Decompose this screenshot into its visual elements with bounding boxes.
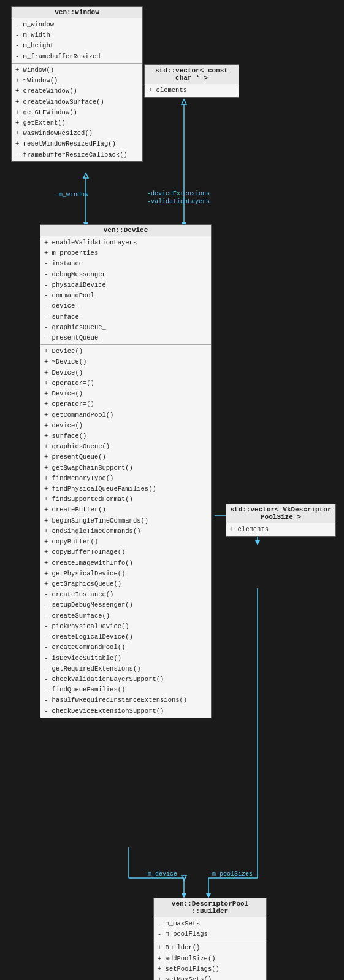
- descriptor-builder-attr-0: - m_maxSets: [154, 919, 266, 929]
- device-method-9: + graphicsQueue(): [40, 441, 211, 452]
- vector-char-box: std::vector< const char * > + elements: [144, 64, 239, 98]
- window-method-4: + getGLFWindow(): [12, 107, 142, 118]
- device-attr-1: + m_properties: [40, 248, 211, 259]
- device-method-23: - createInstance(): [40, 589, 211, 600]
- device-attr-7: - surface_: [40, 312, 211, 322]
- m-device-label: -m_device: [144, 871, 177, 877]
- device-method-3: + operator=(): [40, 378, 211, 389]
- window-method-2: + createWindow(): [12, 86, 142, 96]
- window-title: ven::Window: [12, 7, 142, 18]
- device-method-14: + findSupportedFormat(): [40, 494, 211, 505]
- window-method-8: - framebufferResizeCallback(): [12, 150, 142, 160]
- device-attr-4: - physicalDevice: [40, 280, 211, 290]
- device-method-10: + presentQueue(): [40, 452, 211, 462]
- device-method-29: - isDeviceSuitable(): [40, 653, 211, 664]
- device-attr-8: - graphicsQueue_: [40, 322, 211, 333]
- device-method-26: - pickPhysicalDevice(): [40, 621, 211, 632]
- window-box: ven::Window - m_window - m_width - m_hei…: [11, 6, 143, 162]
- device-method-15: + createBuffer(): [40, 505, 211, 515]
- device-method-31: - checkValidationLayerSupport(): [40, 674, 211, 685]
- window-method-6: + wasWindowResized(): [12, 128, 142, 139]
- device-method-34: - checkDeviceExtensionSupport(): [40, 706, 211, 717]
- device-attr-3: - debugMessenger: [40, 270, 211, 280]
- window-attributes: - m_window - m_width - m_height - m_fram…: [12, 18, 142, 64]
- device-attr-5: - commandPool: [40, 290, 211, 301]
- window-method-3: + createWindowSurface(): [12, 97, 142, 107]
- device-method-32: - findQueueFamilies(): [40, 685, 211, 695]
- window-method-0: + Window(): [12, 65, 142, 76]
- device-method-2: + Device(): [40, 368, 211, 378]
- device-method-13: + findPhysicalQueueFamilies(): [40, 484, 211, 494]
- svg-marker-8: [255, 540, 260, 545]
- device-method-19: + copyBufferToImage(): [40, 547, 211, 558]
- device-method-25: - createSurface(): [40, 611, 211, 621]
- device-method-33: - hasGlfwRequiredInstanceExtensions(): [40, 695, 211, 706]
- device-method-11: + getSwapChainSupport(): [40, 463, 211, 473]
- m-window-label: -m_window: [55, 192, 88, 198]
- device-method-28: - createCommandPool(): [40, 642, 211, 653]
- validation-layers-label: -validationLayers: [147, 198, 210, 205]
- device-attributes: + enableValidationLayers + m_properties …: [40, 236, 211, 345]
- vector-vkdescriptor-title: std::vector< VkDescriptor PoolSize >: [226, 504, 335, 523]
- vector-char-title: std::vector< const char * >: [145, 65, 239, 84]
- window-method-1: + ~Window(): [12, 76, 142, 86]
- device-methods: + Device() + ~Device() + Device() + oper…: [40, 345, 211, 718]
- m-pool-sizes-label: -m_poolSizes: [208, 871, 253, 877]
- descriptor-builder-method-1: + addPoolSize(): [154, 954, 266, 964]
- vector-vkdescriptor-method-0: + elements: [226, 524, 335, 535]
- window-attr-0: - m_window: [12, 20, 142, 30]
- device-method-17: + endSingleTimeCommands(): [40, 526, 211, 537]
- device-method-5: + operator=(): [40, 399, 211, 410]
- device-attr-0: + enableValidationLayers: [40, 238, 211, 248]
- device-attr-9: - presentQueue_: [40, 333, 211, 343]
- svg-marker-5: [182, 99, 186, 104]
- diagram-container: ven::Window - m_window - m_width - m_hei…: [0, 0, 344, 980]
- svg-marker-12: [182, 876, 186, 881]
- device-method-12: + findMemoryType(): [40, 473, 211, 484]
- device-method-7: + device(): [40, 421, 211, 431]
- device-method-16: + beginSingleTimeCommands(): [40, 516, 211, 526]
- device-method-8: + surface(): [40, 431, 211, 441]
- device-method-1: + ~Device(): [40, 357, 211, 367]
- descriptor-builder-attributes: - m_maxSets - m_poolFlags: [154, 917, 266, 941]
- descriptor-builder-method-0: + Builder(): [154, 943, 266, 953]
- descriptor-builder-methods: + Builder() + addPoolSize() + setPoolFla…: [154, 941, 266, 980]
- device-title: ven::Device: [40, 225, 211, 236]
- descriptor-builder-title: ven::DescriptorPool ::Builder: [154, 898, 266, 917]
- vector-vkdescriptor-methods: + elements: [226, 523, 335, 536]
- window-method-7: + resetWindowResizedFlag(): [12, 139, 142, 149]
- window-method-5: + getExtent(): [12, 118, 142, 128]
- descriptor-builder-box: ven::DescriptorPool ::Builder - m_maxSet…: [153, 898, 267, 980]
- device-extensions-label: -deviceExtensions: [147, 190, 210, 197]
- svg-marker-2: [83, 173, 88, 178]
- device-method-4: + Device(): [40, 389, 211, 399]
- device-method-20: + createImageWithInfo(): [40, 558, 211, 569]
- device-method-6: + getCommandPool(): [40, 410, 211, 421]
- device-method-27: - createLogicalDevice(): [40, 632, 211, 642]
- device-method-21: + getPhysicalDevice(): [40, 569, 211, 579]
- vector-char-methods: + elements: [145, 84, 239, 97]
- device-method-24: - setupDebugMessenger(): [40, 600, 211, 610]
- vector-vkdescriptor-box: std::vector< VkDescriptor PoolSize > + e…: [226, 504, 336, 537]
- device-method-0: + Device(): [40, 346, 211, 357]
- device-method-18: + copyBuffer(): [40, 537, 211, 547]
- device-method-22: + getGraphicsQueue(): [40, 579, 211, 589]
- window-methods: + Window() + ~Window() + createWindow() …: [12, 64, 142, 161]
- descriptor-builder-method-3: + setMaxSets(): [154, 974, 266, 980]
- window-attr-1: - m_width: [12, 30, 142, 41]
- window-attr-2: - m_height: [12, 41, 142, 51]
- device-method-30: - getRequiredExtensions(): [40, 664, 211, 674]
- descriptor-builder-attr-1: - m_poolFlags: [154, 929, 266, 939]
- descriptor-builder-method-2: + setPoolFlags(): [154, 964, 266, 974]
- device-attr-2: - instance: [40, 259, 211, 269]
- vector-char-method-0: + elements: [145, 85, 239, 96]
- device-box: ven::Device + enableValidationLayers + m…: [40, 224, 212, 718]
- device-attr-6: - device_: [40, 301, 211, 311]
- window-attr-3: - m_framebufferResized: [12, 52, 142, 62]
